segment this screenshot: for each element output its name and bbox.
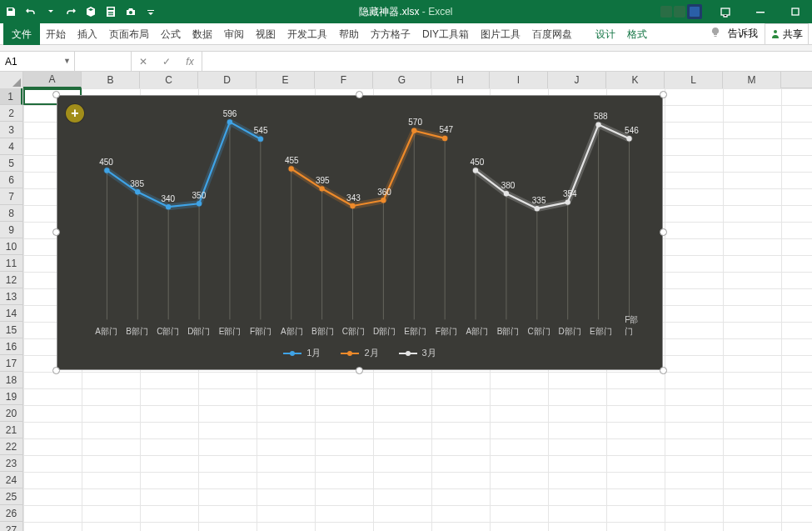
fx-button[interactable]: fx [178, 52, 202, 72]
tab-chart-format[interactable]: 格式 [621, 23, 653, 45]
tab-diy[interactable]: DIY工具箱 [416, 23, 475, 45]
col-header-D[interactable]: D [198, 72, 257, 88]
row-header-24[interactable]: 24 [0, 472, 22, 488]
chart-area[interactable]: + A部门B部门C部门D部门E部门F部门A部门B部门C部门D部门E部门F部门A部… [57, 95, 663, 370]
x-axis-tick-label: D部门 [373, 326, 396, 338]
tab-baidu[interactable]: 百度网盘 [526, 23, 578, 45]
col-header-B[interactable]: B [82, 72, 140, 88]
legend-label: 3月 [422, 347, 436, 359]
tab-formulas[interactable]: 公式 [155, 23, 187, 45]
calculator-icon[interactable] [103, 4, 118, 19]
chart-object[interactable]: + A部门B部门C部门D部门E部门F部门A部门B部门C部门D部门E部门F部门A部… [57, 95, 663, 370]
tab-file[interactable]: 文件 [3, 23, 40, 45]
row-header-7[interactable]: 7 [0, 188, 22, 205]
qat-customize-icon[interactable] [143, 4, 158, 19]
row-header-18[interactable]: 18 [0, 372, 22, 388]
row-header-6[interactable]: 6 [0, 172, 22, 188]
name-box[interactable]: A1 ▼ [0, 52, 75, 71]
row-header-25[interactable]: 25 [0, 488, 22, 505]
tab-view[interactable]: 视图 [250, 23, 281, 45]
row-header-1[interactable]: 1 [0, 88, 22, 105]
undo-dropdown-icon[interactable] [43, 4, 58, 19]
col-header-L[interactable]: L [665, 72, 723, 88]
maximize-button[interactable] [779, 0, 812, 23]
cancel-button[interactable]: ✕ [132, 52, 155, 72]
row-header-22[interactable]: 22 [0, 438, 22, 455]
tell-me[interactable]: 告诉我 [728, 27, 758, 41]
row-header-10[interactable]: 10 [0, 238, 22, 255]
lightbulb-icon[interactable] [710, 27, 721, 41]
row-header-9[interactable]: 9 [0, 222, 22, 238]
row-header-21[interactable]: 21 [0, 422, 22, 438]
col-header-J[interactable]: J [548, 72, 606, 88]
minimize-button[interactable] [744, 0, 777, 23]
row-header-20[interactable]: 20 [0, 405, 22, 422]
cells-area[interactable]: + A部门B部门C部门D部门E部门F部门A部门B部门C部门D部门E部门F部门A部… [23, 88, 812, 531]
row-header-8[interactable]: 8 [0, 205, 22, 222]
row-header-17[interactable]: 17 [0, 355, 22, 372]
col-header-M[interactable]: M [723, 72, 781, 88]
tab-insert[interactable]: 插入 [72, 23, 103, 45]
tab-home[interactable]: 开始 [40, 23, 72, 45]
formula-input[interactable] [202, 52, 812, 71]
row-header-4[interactable]: 4 [0, 138, 22, 155]
col-header-H[interactable]: H [431, 72, 490, 88]
save-icon[interactable] [3, 4, 18, 19]
enter-button[interactable]: ✓ [155, 52, 178, 72]
tab-data[interactable]: 数据 [187, 23, 218, 45]
svg-point-2 [108, 12, 110, 13]
tab-page-layout[interactable]: 页面布局 [103, 23, 155, 45]
tab-pic[interactable]: 图片工具 [475, 23, 526, 45]
chart-resize-handle[interactable] [52, 228, 60, 236]
row-header-26[interactable]: 26 [0, 505, 22, 522]
row-header-19[interactable]: 19 [0, 388, 22, 405]
chevron-down-icon[interactable]: ▼ [63, 57, 71, 65]
cube-icon[interactable] [83, 4, 98, 19]
col-header-A[interactable]: A [23, 72, 82, 88]
tab-chart-design[interactable]: 设计 [590, 23, 621, 45]
col-header-K[interactable]: K [606, 72, 665, 88]
legend-label: 1月 [306, 347, 321, 359]
row-header-23[interactable]: 23 [0, 455, 22, 472]
tab-review[interactable]: 审阅 [218, 23, 250, 45]
presence[interactable] [660, 4, 707, 19]
row-header-11[interactable]: 11 [0, 255, 22, 272]
undo-icon[interactable] [23, 4, 38, 19]
row-headers: 1234567891011121314151617181920212223242… [0, 88, 23, 531]
tab-help[interactable]: 帮助 [333, 23, 365, 45]
col-header-I[interactable]: I [490, 72, 548, 88]
row-header-27[interactable]: 27 [0, 522, 22, 531]
select-all-corner[interactable] [0, 72, 23, 88]
data-label: 547 [439, 125, 453, 134]
svg-point-24 [258, 137, 263, 142]
tab-developer[interactable]: 开发工具 [281, 23, 333, 45]
row-header-16[interactable]: 16 [0, 338, 22, 355]
chart-resize-handle[interactable] [52, 91, 60, 98]
redo-icon[interactable] [63, 4, 78, 19]
row-header-15[interactable]: 15 [0, 322, 22, 338]
row-header-3[interactable]: 3 [0, 122, 22, 138]
chart-resize-handle[interactable] [660, 228, 667, 236]
col-header-F[interactable]: F [315, 72, 373, 88]
legend-item-1[interactable]: 1月 [283, 347, 321, 359]
row-header-13[interactable]: 13 [0, 288, 22, 305]
col-header-C[interactable]: C [140, 72, 198, 88]
chart-resize-handle[interactable] [356, 91, 363, 98]
col-header-G[interactable]: G [373, 72, 431, 88]
row-header-5[interactable]: 5 [0, 155, 22, 172]
row-header-2[interactable]: 2 [0, 105, 22, 122]
row-header-12[interactable]: 12 [0, 272, 22, 288]
col-header-E[interactable]: E [257, 72, 315, 88]
chart-resize-handle[interactable] [660, 91, 667, 98]
legend-item-3[interactable]: 3月 [399, 347, 436, 359]
chart-resize-handle[interactable] [660, 367, 667, 374]
chart-resize-handle[interactable] [52, 367, 60, 374]
row-header-14[interactable]: 14 [0, 305, 22, 322]
share-button[interactable]: 共享 [765, 23, 809, 44]
chart-resize-handle[interactable] [356, 367, 363, 374]
legend-item-2[interactable]: 2月 [341, 347, 378, 359]
tab-ffgz[interactable]: 方方格子 [365, 23, 416, 45]
ribbon-display-options-button[interactable] [709, 0, 742, 23]
camera-icon[interactable] [123, 4, 138, 19]
chart-legend[interactable]: 1月 2月 3月 [57, 347, 662, 359]
